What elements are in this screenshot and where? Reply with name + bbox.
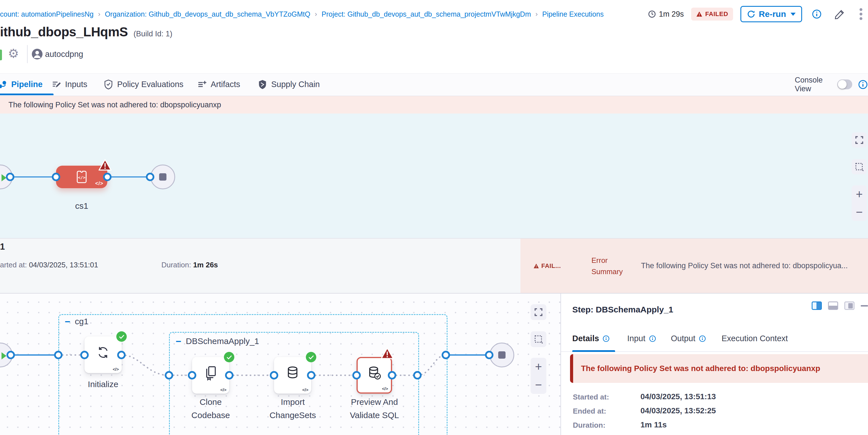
code-glyph: </> [382, 386, 388, 391]
info-icon[interactable] [812, 9, 822, 19]
breadcrumb-organization[interactable]: Organization: Github_db_devops_aut_db_sc… [105, 10, 310, 18]
panel-tab-output[interactable]: Output [671, 334, 706, 343]
stage-error-section: FAIL... Error Summary The following Poli… [521, 239, 868, 293]
connector-point[interactable] [117, 351, 126, 359]
step-success-icon [116, 331, 127, 342]
divider [27, 45, 28, 63]
duration-value: 1m 26s [193, 260, 218, 269]
step-success-icon [224, 352, 234, 362]
connector-point[interactable] [442, 351, 450, 359]
error-summary-message: The following Policy Set was not adhered… [641, 261, 868, 270]
breadcrumb-pipeline-executions[interactable]: Pipeline Executions [542, 10, 603, 18]
zoom-in-button[interactable]: + [856, 188, 863, 200]
code-glyph: </> [95, 181, 103, 187]
connector-point[interactable] [80, 351, 89, 359]
step-panel-tabs: Details Input Output Execution Context [561, 331, 868, 352]
step-node-initialize[interactable]: </> [85, 336, 122, 373]
info-icon[interactable] [858, 80, 868, 90]
kebab-menu-icon[interactable] [859, 8, 863, 21]
svg-text:</>: </> [78, 175, 86, 180]
breadcrumb-separator: › [535, 10, 538, 18]
step-failed-warning-icon [381, 347, 394, 359]
tab-artifacts-label: Artifacts [211, 80, 240, 89]
panel-layout-controls [812, 302, 868, 310]
started-at-label: Started at: [573, 393, 609, 401]
stage-name: 1 [0, 242, 5, 252]
tab-policy-evaluations-label: Policy Evaluations [117, 80, 183, 89]
tab-supply-chain[interactable]: Supply Chain [258, 73, 320, 95]
zoom-out-button[interactable]: − [856, 206, 863, 218]
edit-pencil-icon[interactable] [834, 8, 845, 20]
panel-tab-details[interactable]: Details [572, 334, 610, 343]
connector-point[interactable] [225, 371, 234, 379]
error-summary-label: Error Summary [591, 255, 623, 277]
status-badge-label: FAILED [705, 10, 728, 18]
duration-label: Duration: [573, 421, 606, 430]
panel-tab-input[interactable]: Input [627, 334, 656, 343]
pipeline-meta-row: ⚙ autocdpng [0, 47, 225, 63]
connector-point[interactable] [413, 371, 422, 379]
connector-point[interactable] [6, 351, 15, 359]
triggered-by-user[interactable]: autocdpng [45, 50, 83, 59]
panel-tab-execution-context[interactable]: Execution Context [721, 334, 788, 343]
connector-point[interactable] [165, 371, 173, 379]
rerun-button[interactable]: Re-run [740, 6, 802, 22]
tab-pipeline[interactable]: Pipeline [1, 73, 42, 95]
pipeline-stage-canvas[interactable] [0, 114, 868, 238]
connector-point[interactable] [307, 371, 315, 379]
step-node-import-changesets[interactable]: </> [274, 357, 311, 394]
tab-inputs[interactable]: Inputs [52, 73, 87, 95]
panel-tab-execution-context-label: Execution Context [721, 334, 788, 343]
tab-supply-chain-label: Supply Chain [271, 80, 320, 89]
step-panel-title: Step: DBSchemaApply_1 [572, 305, 673, 314]
elapsed-time: 1m 29s [648, 10, 684, 19]
console-view-label: Console View [795, 76, 830, 93]
gear-icon[interactable]: ⚙ [8, 46, 19, 61]
duration-value: 1m 11s [641, 421, 666, 429]
toggle-knob [838, 80, 846, 89]
canvas-select-button[interactable] [852, 159, 867, 175]
connector-point[interactable] [388, 371, 396, 379]
duration-label: Duration: [161, 260, 191, 269]
stage-failed-warning-icon [99, 159, 112, 171]
canvas-fullscreen-button[interactable] [852, 132, 867, 148]
step-node-clone-codebase[interactable]: </> [192, 357, 229, 394]
tab-artifacts[interactable]: Artifacts [197, 73, 240, 95]
layout-right-split-icon[interactable] [812, 302, 822, 310]
error-summary-line2: Summary [591, 267, 623, 276]
step-error-box: The following Policy Set was not adhered… [570, 354, 868, 383]
canvas-zoom-panel: + − [852, 185, 867, 221]
artifacts-icon [197, 80, 207, 89]
success-tag-sliver [0, 50, 2, 60]
connector-point[interactable] [352, 371, 361, 379]
active-tab-underline [0, 94, 54, 95]
connector-point[interactable] [146, 173, 154, 181]
connector-point[interactable] [103, 173, 112, 181]
breadcrumb-account[interactable]: count: automationPipelinesNg [0, 10, 93, 18]
minimize-panel-icon[interactable] [861, 305, 868, 307]
console-view-toggle[interactable] [837, 80, 852, 89]
connector-point[interactable] [54, 351, 63, 359]
connector-point[interactable] [52, 173, 60, 181]
execution-tabbar: Pipeline Inputs Policy Evaluations [0, 73, 868, 96]
connector-point[interactable] [6, 173, 14, 181]
header-actions: 1m 29s FAILED Re-run [648, 6, 863, 23]
pipeline-link [107, 176, 150, 178]
active-tab-underline [572, 350, 615, 352]
layout-bottom-split-icon[interactable] [828, 302, 838, 310]
step-node-preview-validate-sql[interactable]: </> [356, 357, 392, 394]
breadcrumb-project[interactable]: Project: Github_db_devops_aut_db_schema_… [322, 10, 531, 18]
user-avatar-icon [32, 49, 43, 60]
connector-point[interactable] [485, 351, 493, 359]
connector-point[interactable] [270, 371, 278, 379]
tab-inputs-label: Inputs [65, 80, 87, 89]
breadcrumb-separator: › [98, 10, 100, 18]
pipeline-execution-page: count: automationPipelinesNg › Organizat… [0, 0, 868, 435]
layout-floating-icon[interactable] [844, 302, 855, 310]
tab-policy-evaluations[interactable]: Policy Evaluations [104, 73, 183, 95]
info-icon [699, 335, 706, 342]
clock-icon [648, 10, 656, 18]
stop-square-icon [159, 173, 166, 181]
connector-point[interactable] [188, 371, 196, 379]
breadcrumb: count: automationPipelinesNg › Organizat… [0, 8, 603, 21]
